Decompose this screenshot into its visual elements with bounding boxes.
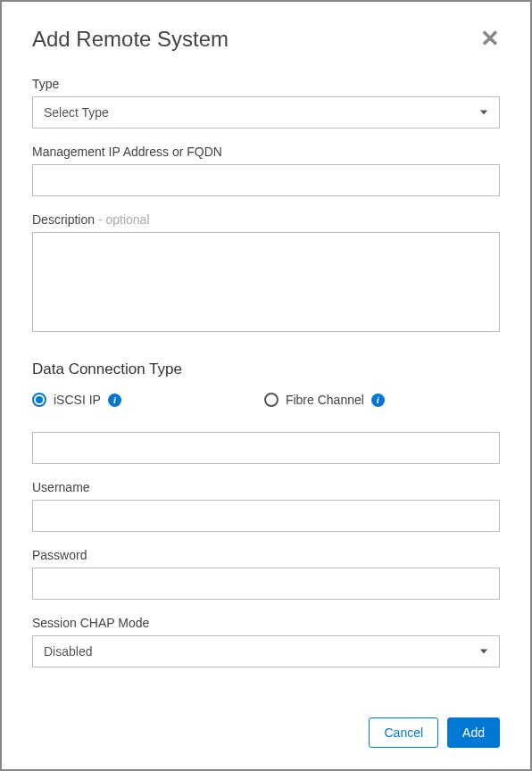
radio-icon-unchecked (264, 393, 278, 407)
description-label: Description - optional (32, 212, 500, 227)
dialog-title: Add Remote System (32, 27, 229, 52)
description-input[interactable] (32, 232, 500, 332)
info-icon[interactable]: i (108, 394, 121, 407)
info-icon[interactable]: i (371, 394, 385, 407)
radio-fibre-label: Fibre Channel (286, 393, 364, 407)
management-ip-label: Management IP Address or FQDN (32, 145, 500, 159)
username-label: Username (32, 480, 500, 494)
description-label-text: Description (32, 212, 95, 227)
data-connection-section-title: Data Connection Type (32, 361, 500, 378)
session-chap-label: Session CHAP Mode (32, 616, 500, 630)
radio-dot (36, 396, 43, 403)
connection-address-input[interactable] (32, 432, 500, 464)
username-group: Username (32, 480, 500, 532)
add-remote-system-dialog: Add Remote System ✕ Type Select Type Man… (0, 0, 532, 771)
username-input[interactable] (32, 500, 500, 532)
description-group: Description - optional (32, 212, 500, 336)
management-ip-input[interactable] (32, 164, 500, 196)
close-icon: ✕ (480, 25, 500, 52)
radio-icon-checked (32, 393, 46, 407)
description-optional-suffix: - optional (95, 212, 149, 227)
password-group: Password (32, 548, 500, 600)
radio-fibre-channel[interactable]: Fibre Channel i (264, 393, 385, 407)
session-chap-group: Session CHAP Mode Disabled (32, 616, 500, 667)
connection-address-group (32, 432, 500, 464)
password-label: Password (32, 548, 500, 562)
session-chap-select[interactable]: Disabled (32, 635, 500, 667)
type-group: Type Select Type (32, 77, 500, 128)
radio-iscsi-ip[interactable]: iSCSI IP i (32, 393, 121, 407)
management-ip-group: Management IP Address or FQDN (32, 145, 500, 196)
data-connection-radio-group: iSCSI IP i Fibre Channel i (32, 393, 500, 407)
type-select[interactable]: Select Type (32, 96, 500, 128)
type-select-wrap: Select Type (32, 96, 500, 128)
cancel-button[interactable]: Cancel (369, 717, 438, 748)
dialog-header: Add Remote System ✕ (32, 27, 500, 52)
close-button[interactable]: ✕ (480, 27, 500, 50)
add-button[interactable]: Add (447, 717, 500, 748)
session-chap-select-wrap: Disabled (32, 635, 500, 667)
password-input[interactable] (32, 568, 500, 600)
dialog-footer: Cancel Add (32, 707, 500, 748)
radio-iscsi-label: iSCSI IP (54, 393, 101, 407)
type-label: Type (32, 77, 500, 91)
